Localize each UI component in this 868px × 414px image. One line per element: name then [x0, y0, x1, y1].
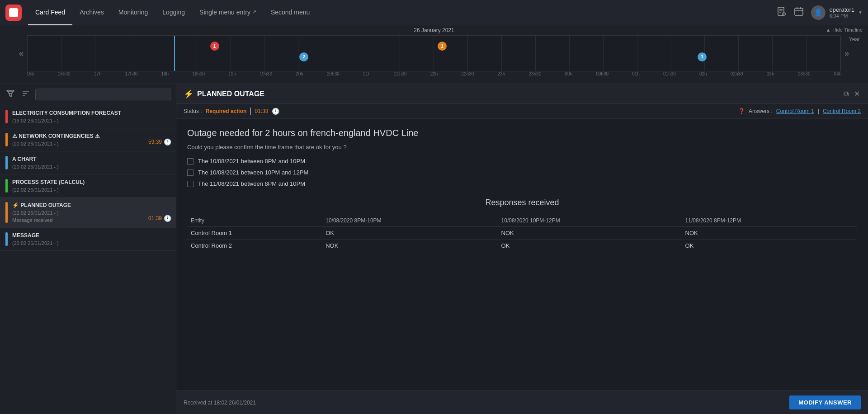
timeline-marker-2[interactable]: 2 [299, 52, 308, 61]
card-time: (20:02 26/01/2021 - ) [12, 164, 170, 169]
user-details: operator1 6:04 PM [829, 6, 854, 19]
card-title: ⚠ NETWORK CONTINGENCIES ⚠ [12, 133, 170, 139]
card-item[interactable]: ELECTRICITY CONSUMPTION FORECAST (19:02 … [0, 105, 176, 128]
filter-icon[interactable] [5, 88, 16, 101]
header-right: 👤 operator1 6:04 PM ▼ [777, 5, 863, 20]
responses-section: Responses received Entity 10/08/2020 8PM… [187, 198, 857, 252]
cell-r2c1: NOK [322, 240, 497, 252]
timeline-grid [28, 36, 840, 71]
status-value: Required action [206, 108, 247, 114]
timeline-track[interactable]: 26/01/21 18:04 1 2 1 1 [27, 35, 841, 71]
card-accent [5, 202, 8, 223]
col-date3: 11/08/2020 8PM-12PM [682, 215, 857, 227]
nav-logging[interactable]: Logging [155, 0, 192, 25]
timeline-cursor[interactable]: 26/01/21 18:04 [174, 36, 175, 71]
table-row: Control Room 2 NOK OK OK [187, 240, 857, 252]
card-item[interactable]: PROCESS STATE (CALCUL) (22:02 26/01/2021… [0, 174, 176, 198]
status-label: Status : [184, 108, 202, 114]
sidebar-search-input[interactable] [35, 89, 171, 100]
card-accent [5, 232, 8, 246]
card-message: Message received [12, 217, 170, 223]
cell-r1c2: NOK [498, 227, 682, 240]
detail-title: ⚡ PLANNED OUTAGE [184, 89, 264, 99]
sort-icon[interactable] [20, 88, 32, 101]
svg-rect-7 [795, 8, 803, 15]
answers-section: ❓ Answers : Control Room 1 | Control Roo… [738, 108, 861, 114]
checkbox-item[interactable]: The 11/08/2021 between 8PM and 10PM [187, 180, 857, 187]
cell-r1c1: OK [322, 227, 497, 240]
checkbox-item[interactable]: The 10/08/2021 between 10PM and 12PM [187, 169, 857, 176]
cell-entity-1: Control Room 1 [187, 227, 322, 240]
user-name: operator1 [829, 6, 854, 13]
detail-status-bar: Status : Required action 01:38 🕐 ❓ Answe… [176, 104, 868, 119]
timeline-next[interactable]: » [841, 45, 853, 62]
external-link-icon: ↗ [252, 9, 256, 15]
timeline-prev[interactable]: « [15, 45, 27, 62]
card-accent [5, 133, 8, 146]
status-clock-icon: 🕐 [272, 108, 279, 115]
user-info[interactable]: 👤 operator1 6:04 PM ▼ [811, 5, 863, 20]
received-text: Received at 18:02 26/01/2021 [184, 400, 256, 406]
calendar-icon[interactable] [794, 6, 804, 19]
card-item[interactable]: MESSAGE (20:02 26/01/2021 - ) [0, 228, 176, 251]
checkbox-3[interactable] [187, 181, 193, 187]
nav-monitoring[interactable]: Monitoring [111, 0, 155, 25]
clock-icon: 🕐 [164, 215, 171, 222]
card-title: MESSAGE [12, 232, 170, 239]
close-detail-btn[interactable]: ✕ [853, 89, 861, 99]
card-title: ⚡ PLANNED OUTAGE [12, 202, 170, 208]
nav-single-menu[interactable]: Single menu entry ↗ [192, 0, 264, 25]
cell-r1c3: NOK [682, 227, 857, 240]
nav-second-menu[interactable]: Second menu [264, 0, 317, 25]
card-accent [5, 179, 8, 193]
table-row: Control Room 1 OK NOK NOK [187, 227, 857, 240]
card-timer: 01:39 🕐 [148, 215, 171, 222]
card-body: ⚠ NETWORK CONTINGENCIES ⚠ (20:02 26/01/2… [12, 133, 170, 146]
nav-card-feed[interactable]: Card Feed [28, 0, 72, 25]
card-item[interactable]: ⚠ NETWORK CONTINGENCIES ⚠ (20:02 26/01/2… [0, 128, 176, 151]
card-item[interactable]: A CHART (20:02 26/01/2021 - ) [0, 151, 176, 174]
checkbox-2[interactable] [187, 169, 193, 176]
timeline-marker-3[interactable]: 1 [438, 42, 447, 51]
card-title: ELECTRICITY CONSUMPTION FORECAST [12, 110, 170, 116]
nav-archives[interactable]: Archives [72, 0, 111, 25]
cell-entity-2: Control Room 2 [187, 240, 322, 252]
answer-link-2[interactable]: Control Room 2 [823, 108, 861, 114]
clock-icon: 🕐 [164, 138, 171, 146]
card-item[interactable]: ⚡ PLANNED OUTAGE (22:02 26/01/2021 - ) M… [0, 198, 176, 228]
logo-inner [9, 8, 18, 17]
timeline-marker-4[interactable]: 1 [698, 52, 707, 61]
report-icon[interactable] [777, 6, 787, 19]
sidebar: ELECTRICITY CONSUMPTION FORECAST (19:02 … [0, 84, 176, 414]
modify-answer-button[interactable]: MODIFY ANSWER [789, 395, 861, 409]
col-entity: Entity [187, 215, 322, 227]
timeline-labels: 16h 16h30 17h 17h30 18h 18h30 19h 19h30 … [14, 71, 854, 76]
card-title: PROCESS STATE (CALCUL) [12, 179, 170, 185]
timeline: 26 January 2021 ▲ Hide Timeline Real Tim… [0, 25, 868, 84]
card-time: (20:02 26/01/2021 - ) [12, 141, 170, 146]
app-logo [5, 5, 22, 21]
card-body: A CHART (20:02 26/01/2021 - ) [12, 156, 170, 169]
sidebar-toolbar [0, 84, 176, 105]
timeline-marker-1[interactable]: 1 [210, 42, 219, 51]
checkbox-item[interactable]: The 10/08/2021 between 8PM and 10PM [187, 158, 857, 165]
status-time: 01:38 [255, 108, 268, 114]
expand-window-btn[interactable]: ⧉ [843, 89, 849, 99]
detail-panel: ⚡ PLANNED OUTAGE ⧉ ✕ Status : Required a… [176, 84, 868, 414]
card-body: MESSAGE (20:02 26/01/2021 - ) [12, 232, 170, 246]
detail-content: Outage needed for 2 hours on french-engl… [176, 119, 868, 390]
responses-table: Entity 10/08/2020 8PM-10PM 10/08/2020 10… [187, 215, 857, 252]
col-date2: 10/08/2020 10PM-12PM [498, 215, 682, 227]
status-separator [250, 108, 251, 115]
help-icon[interactable]: ❓ [738, 108, 745, 114]
answer-link-1[interactable]: Control Room 1 [776, 108, 814, 114]
avatar: 👤 [811, 5, 826, 20]
card-time: (19:02 26/01/2021 - ) [12, 118, 170, 123]
hide-timeline-btn[interactable]: ▲ Hide Timeline [826, 27, 863, 33]
card-timer: 59:39 🕐 [148, 138, 171, 146]
checkbox-1[interactable] [187, 158, 193, 165]
col-date1: 10/08/2020 8PM-10PM [322, 215, 497, 227]
timeline-date: 26 January 2021 [0, 25, 868, 35]
detail-footer: Received at 18:02 26/01/2021 MODIFY ANSW… [176, 390, 868, 414]
card-body: ⚡ PLANNED OUTAGE (22:02 26/01/2021 - ) M… [12, 202, 170, 223]
